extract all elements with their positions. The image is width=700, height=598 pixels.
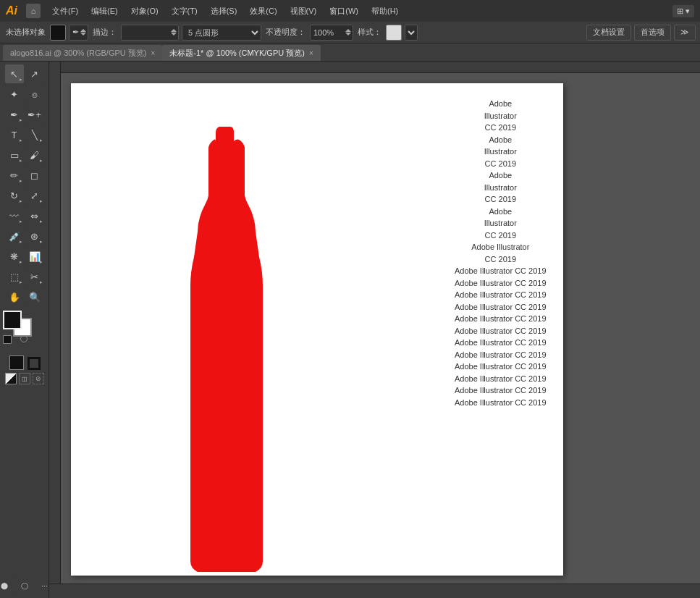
- stroke-down-arrow[interactable]: [80, 33, 86, 35]
- home-icon[interactable]: ⌂: [26, 4, 41, 18]
- menu-bar: 文件(F) 编辑(E) 对象(O) 文字(T) 选择(S) 效果(C) 视图(V…: [46, 4, 667, 18]
- paintbrush-tool[interactable]: 🖌▸: [25, 146, 44, 164]
- hand-tool[interactable]: ✋: [5, 287, 24, 306]
- preferences-button[interactable]: 首选项: [634, 25, 671, 41]
- pen-tool[interactable]: ✒▸: [5, 105, 24, 124]
- pencil-tool[interactable]: ✏▸: [5, 166, 24, 185]
- style-swatch[interactable]: [386, 25, 402, 41]
- menu-file[interactable]: 文件(F): [46, 4, 84, 18]
- symbol-tool[interactable]: ❋▸: [5, 247, 24, 266]
- slice-tool[interactable]: ✂▸: [25, 267, 44, 286]
- scale-tool[interactable]: ⤢▸: [25, 186, 44, 205]
- menu-object[interactable]: 对象(O): [125, 4, 164, 18]
- wm-25: Adobe Illustrator CC 2019: [455, 384, 547, 397]
- menu-effect[interactable]: 效果(C): [244, 4, 282, 18]
- opacity-down[interactable]: [345, 33, 351, 35]
- stroke-value-input[interactable]: [121, 25, 179, 41]
- more-btn[interactable]: ···: [35, 576, 50, 595]
- rotate-tool[interactable]: ↻▸: [5, 186, 24, 205]
- extra-options-button[interactable]: ≫: [674, 25, 696, 41]
- warp-tool[interactable]: 〰▸: [5, 206, 24, 225]
- main-area: ↖▸ ↗ ✦ ⌾ ✒▸ ✒+ T▸ ╲▸ ▭▸ 🖌▸ ✏▸ ◻ ↻▸ ⤢▸ 〰▸: [0, 62, 700, 598]
- fill-stroke-modes: ◫ ⊘: [5, 355, 44, 384]
- artboard-tool[interactable]: ⬚▸: [5, 267, 24, 286]
- arrange-label: ⊞: [677, 7, 683, 16]
- style-select[interactable]: [405, 25, 418, 41]
- toolbox: ↖▸ ↗ ✦ ⌾ ✒▸ ✒+ T▸ ╲▸ ▭▸ 🖌▸ ✏▸ ◻ ↻▸ ⤢▸ 〰▸: [0, 62, 49, 598]
- wm-19: Adobe Illustrator CC 2019: [455, 313, 547, 325]
- wm-8: Illustrator: [455, 182, 547, 194]
- eraser-tool[interactable]: ◻: [25, 166, 44, 185]
- stroke-label: 描边：: [91, 27, 118, 38]
- arrange-button[interactable]: ⊞ ▾: [672, 5, 694, 17]
- screen-mode-btn[interactable]: ◯: [15, 576, 34, 595]
- ruler-vertical: [49, 62, 61, 598]
- tab-untitled-close[interactable]: ×: [309, 49, 313, 57]
- add-anchor-tool[interactable]: ✒+: [25, 105, 44, 124]
- wm-10: Adobe: [455, 206, 547, 218]
- wm-26: Adobe Illustrator CC 2019: [455, 397, 547, 409]
- draw-mode-btn[interactable]: ⬤: [0, 576, 14, 595]
- fill-mode-btn[interactable]: [9, 355, 24, 370]
- wm-5: Illustrator: [455, 146, 547, 158]
- stroke-up-arrow[interactable]: [80, 29, 86, 32]
- wm-23: Adobe Illustrator CC 2019: [455, 361, 547, 373]
- wm-3: CC 2019: [455, 122, 547, 134]
- wm-6: CC 2019: [455, 158, 547, 170]
- fill-swatch[interactable]: [50, 25, 66, 41]
- menu-window[interactable]: 窗口(W): [324, 4, 364, 18]
- statusbar: [49, 584, 700, 598]
- magic-wand-tool[interactable]: ✦: [5, 85, 24, 104]
- color-swatch-area: [3, 311, 46, 340]
- normal-mode-btn[interactable]: [5, 373, 17, 384]
- tab-untitled[interactable]: 未标题-1* @ 100% (CMYK/GPU 预览) ×: [162, 45, 320, 61]
- lasso-tool[interactable]: ⌾: [25, 85, 44, 104]
- eyedropper-tool[interactable]: 💉▸: [5, 227, 24, 245]
- options-toolbar: 未选择对象 ✒ 描边： 5 点圆形 不透明度： 100% 样式： 文档设置 首选…: [0, 22, 700, 43]
- wm-24: Adobe Illustrator CC 2019: [455, 373, 547, 385]
- stroke-val-down[interactable]: [171, 33, 177, 35]
- reset-colors-btn[interactable]: [20, 335, 28, 342]
- zoom-tool[interactable]: 🔍: [25, 287, 44, 306]
- menu-help[interactable]: 帮助(H): [366, 4, 404, 18]
- arrange-chevron: ▾: [686, 7, 690, 16]
- opacity-input[interactable]: 100%: [310, 25, 353, 41]
- doc-settings-button[interactable]: 文档设置: [586, 25, 631, 41]
- canvas-area[interactable]: Adobe Illustrator CC 2019 Adobe Illustra…: [49, 62, 700, 598]
- selection-tool[interactable]: ↖▸: [5, 64, 24, 83]
- menu-edit[interactable]: 编辑(E): [85, 4, 124, 18]
- menu-select[interactable]: 选择(S): [205, 4, 243, 18]
- wm-11: Illustrator: [455, 217, 547, 229]
- rect-tool[interactable]: ▭▸: [5, 146, 24, 164]
- brush-select[interactable]: 5 点圆形: [182, 25, 261, 41]
- graph-tool[interactable]: 📊▸: [25, 247, 44, 266]
- tab-alogo[interactable]: alogo816.ai @ 300% (RGB/GPU 预览) ×: [3, 45, 162, 61]
- wm-16: Adobe Illustrator CC 2019: [455, 277, 547, 290]
- opacity-label: 不透明度：: [264, 27, 307, 38]
- wm-21: Adobe Illustrator CC 2019: [455, 337, 547, 349]
- menu-text[interactable]: 文字(T): [166, 4, 203, 18]
- foreground-color-swatch[interactable]: [3, 311, 22, 329]
- gradient-fill-btn[interactable]: ◫: [19, 373, 30, 384]
- menu-view[interactable]: 视图(V): [284, 4, 323, 18]
- no-fill-btn[interactable]: ⊘: [33, 373, 44, 384]
- bottom-tools: ⬤ ◯ ···: [0, 576, 49, 595]
- direct-selection-tool[interactable]: ↗: [25, 64, 44, 83]
- wm-20: Adobe Illustrator CC 2019: [455, 325, 547, 337]
- opacity-up[interactable]: [345, 29, 351, 32]
- width-tool[interactable]: ⇔▸: [25, 206, 44, 225]
- wm-1: Adobe: [455, 98, 547, 110]
- app-logo: Ai: [6, 4, 17, 17]
- stroke-val-up[interactable]: [171, 29, 177, 32]
- wm-14: CC 2019: [455, 253, 547, 266]
- tab-alogo-close[interactable]: ×: [151, 49, 155, 57]
- wm-17: Adobe Illustrator CC 2019: [455, 289, 547, 301]
- blend-tool[interactable]: ⊛▸: [25, 227, 44, 245]
- tab-bar: alogo816.ai @ 300% (RGB/GPU 预览) × 未标题-1*…: [0, 43, 700, 62]
- ruler-horizontal: [49, 62, 700, 73]
- text-tool[interactable]: T▸: [5, 125, 24, 144]
- swap-colors-btn[interactable]: [3, 335, 12, 344]
- stroke-mode-btn[interactable]: [28, 357, 41, 370]
- titlebar: Ai ⌂ 文件(F) 编辑(E) 对象(O) 文字(T) 选择(S) 效果(C)…: [0, 0, 700, 22]
- line-tool[interactable]: ╲▸: [25, 125, 44, 144]
